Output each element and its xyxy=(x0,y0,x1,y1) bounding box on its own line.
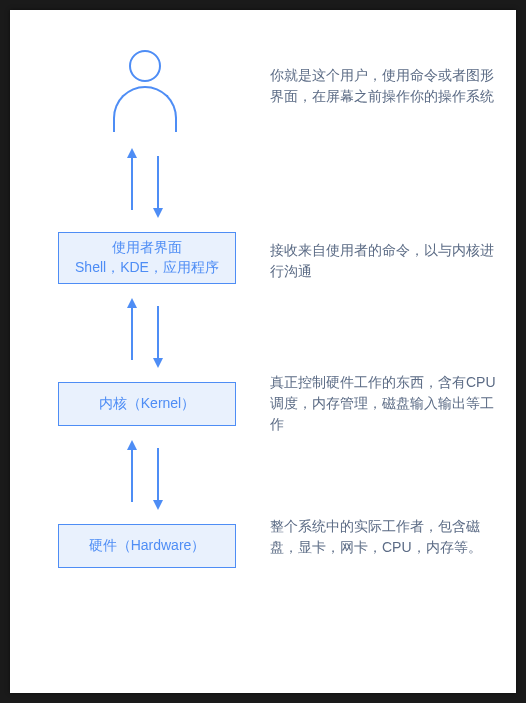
diagram-canvas: 你就是这个用户，使用命令或者图形界面，在屏幕之前操作你的操作系统 使用者界面 S… xyxy=(10,10,516,693)
node-shell: 使用者界面 Shell，KDE，应用程序 xyxy=(58,232,236,284)
user-head-shape xyxy=(129,50,161,82)
svg-marker-9 xyxy=(127,440,137,450)
desc-shell: 接收来自使用者的命令，以与内核进行沟通 xyxy=(270,240,500,282)
node-shell-line2: Shell，KDE，应用程序 xyxy=(75,258,219,278)
node-hardware-label: 硬件（Hardware） xyxy=(89,536,206,556)
svg-marker-11 xyxy=(153,500,163,510)
user-body-shape xyxy=(113,86,177,132)
svg-marker-5 xyxy=(127,298,137,308)
desc-user: 你就是这个用户，使用命令或者图形界面，在屏幕之前操作你的操作系统 xyxy=(270,65,500,107)
node-hardware: 硬件（Hardware） xyxy=(58,524,236,568)
node-kernel: 内核（Kernel） xyxy=(58,382,236,426)
desc-hardware: 整个系统中的实际工作者，包含磁盘，显卡，网卡，CPU，内存等。 xyxy=(270,516,500,558)
node-shell-line1: 使用者界面 xyxy=(112,238,182,258)
arrow-user-shell xyxy=(110,148,180,218)
svg-marker-1 xyxy=(127,148,137,158)
diagram-page: 你就是这个用户，使用命令或者图形界面，在屏幕之前操作你的操作系统 使用者界面 S… xyxy=(10,10,516,693)
node-kernel-label: 内核（Kernel） xyxy=(99,394,195,414)
svg-marker-7 xyxy=(153,358,163,368)
arrow-kernel-hardware xyxy=(110,440,180,510)
user-icon xyxy=(110,50,180,135)
desc-kernel: 真正控制硬件工作的东西，含有CPU调度，内存管理，磁盘输入输出等工作 xyxy=(270,372,500,435)
arrow-shell-kernel xyxy=(110,298,180,368)
svg-marker-3 xyxy=(153,208,163,218)
